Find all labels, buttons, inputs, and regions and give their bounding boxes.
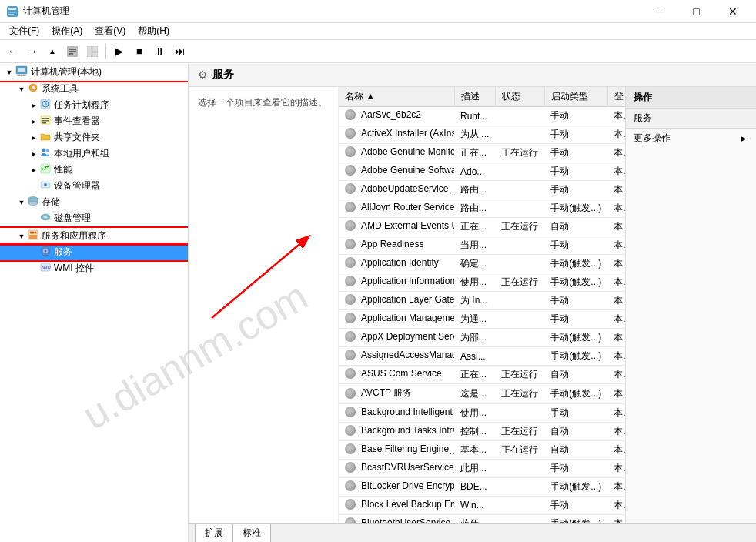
menu-help[interactable]: 帮助(H) <box>132 23 176 39</box>
table-row[interactable]: Adobe Genuine Monitor ...正在...正在运行手动本... <box>339 144 625 162</box>
tree-disk-mgmt[interactable]: ► 磁盘管理 <box>0 210 188 226</box>
menu-view[interactable]: 查看(V) <box>89 23 132 39</box>
table-row[interactable]: BluetoothUserService_6b...蓝牙...手动(触发...)… <box>339 514 625 523</box>
service-name-cell: BitLocker Drive Encryptio... <box>339 477 454 496</box>
table-row[interactable]: Background Intelligent T...使用...手动本... <box>339 403 625 422</box>
root-arrow: ▼ <box>3 69 15 76</box>
service-startup-cell: 手动 <box>544 125 607 144</box>
service-desc-cell: 此用... <box>454 459 495 477</box>
minimize-button[interactable]: ─ <box>643 0 677 23</box>
service-startup-cell: 自动 <box>544 440 607 459</box>
service-status-cell: 正在运行 <box>495 384 544 404</box>
toolbar-play[interactable]: ▶ <box>110 42 129 61</box>
service-name-cell: Application Management <box>339 310 454 329</box>
tree-system-tools[interactable]: ▼ 系统工具 <box>0 81 188 97</box>
table-row[interactable]: ASUS Com Service正在...正在运行自动本... <box>339 366 625 384</box>
toolbar-show-hide[interactable] <box>63 42 82 61</box>
svg-point-29 <box>44 183 47 186</box>
tree-root[interactable]: ▼ 计算机管理(本地) <box>0 63 188 81</box>
table-row[interactable]: BitLocker Drive Encryptio...BDE...手动(触发.… <box>339 477 625 496</box>
wmi-label: WMI 控件 <box>54 262 94 275</box>
tree-local-users[interactable]: ► 本地用户和组 <box>0 146 188 162</box>
service-status-cell <box>495 329 544 347</box>
table-row[interactable]: Application Information使用...正在运行手动(触发...… <box>339 273 625 292</box>
svc-label: 服务 <box>54 246 72 259</box>
service-status-cell <box>495 477 544 496</box>
folder-icon <box>40 131 51 144</box>
service-login-cell: 本... <box>607 144 625 162</box>
maximize-button[interactable]: □ <box>679 0 714 23</box>
menu-file[interactable]: 文件(F) <box>3 23 45 39</box>
tree-shared-folders[interactable]: ► 共享文件夹 <box>0 129 188 146</box>
col-startup[interactable]: 启动类型 <box>544 87 607 107</box>
table-row[interactable]: Application Identity确定...手动(触发...)本... <box>339 255 625 273</box>
service-status-cell <box>495 459 544 477</box>
table-row[interactable]: BcastDVRUserService_6b...此用...手动本... <box>339 459 625 477</box>
service-status-cell <box>495 107 544 125</box>
tab-standard[interactable]: 标准 <box>233 524 271 542</box>
toolbar-btn2[interactable] <box>83 42 102 61</box>
table-row[interactable]: AssignedAccessManager...Assi...手动(触发...)… <box>339 347 625 366</box>
table-row[interactable]: Block Level Backup Engi...Win...手动本... <box>339 496 625 514</box>
table-row[interactable]: AdobeUpdateService路由...手动本... <box>339 181 625 199</box>
more-actions-item[interactable]: 更多操作 ► <box>626 129 756 148</box>
col-desc[interactable]: 描述 <box>454 87 495 107</box>
actions-panel: 操作 服务 更多操作 ► <box>625 87 756 523</box>
service-name-cell: Background Intelligent T... <box>339 403 454 422</box>
toolbar-restart[interactable]: ⏭ <box>170 42 189 61</box>
toolbar-back[interactable]: ← <box>3 42 22 61</box>
service-login-cell: 本... <box>607 162 625 181</box>
more-actions-label: 更多操作 <box>634 132 671 145</box>
services-table[interactable]: 名称 ▲ 描述 状态 启动类型 登 AarSvc_6b2c2Runt...手动本… <box>339 87 625 523</box>
table-row[interactable]: AarSvc_6b2c2Runt...手动本... <box>339 107 625 125</box>
table-row[interactable]: AMD External Events Utility正在...正在运行自动本.… <box>339 218 625 236</box>
table-row[interactable]: AppX Deployment Servic...为部...手动(触发...)本… <box>339 329 625 347</box>
service-startup-cell: 手动 <box>544 292 607 310</box>
task-arrow: ► <box>28 102 40 109</box>
close-button[interactable]: ✕ <box>715 0 750 23</box>
service-status-cell <box>495 181 544 199</box>
table-row[interactable]: ActiveX Installer (AxInstSV)为从 ...手动本... <box>339 125 625 144</box>
tab-expand[interactable]: 扩展 <box>195 524 233 542</box>
root-label: 计算机管理(本地) <box>31 65 102 79</box>
tree-task-scheduler[interactable]: ► 任务计划程序 <box>0 97 188 113</box>
toolbar-stop[interactable]: ■ <box>130 42 149 61</box>
service-name-cell: ASUS Com Service <box>339 366 454 384</box>
service-name-cell: BcastDVRUserService_6b... <box>339 459 454 477</box>
menu-action[interactable]: 操作(A) <box>45 23 89 39</box>
svg-rect-8 <box>87 46 92 57</box>
table-row[interactable]: Adobe Genuine Software...Ado...手动本... <box>339 162 625 181</box>
tree-storage[interactable]: ▼ 存储 <box>0 194 188 210</box>
tree-services[interactable]: ► 服务 <box>0 244 188 260</box>
table-row[interactable]: Background Tasks Infras...控制...正在运行自动本..… <box>339 422 625 440</box>
toolbar: ← → ▲ ▶ ■ ⏸ ⏭ <box>0 40 756 63</box>
table-row[interactable]: AllJoyn Router Service路由...手动(触发...)本... <box>339 199 625 218</box>
services-data-table: 名称 ▲ 描述 状态 启动类型 登 AarSvc_6b2c2Runt...手动本… <box>339 87 625 523</box>
service-startup-cell: 手动(触发...) <box>544 273 607 292</box>
table-row[interactable]: Application Layer Gatewa...为 In...手动本... <box>339 292 625 310</box>
col-login[interactable]: 登 <box>607 87 625 107</box>
tree-services-apps[interactable]: ▼ 服务和应用程序 <box>0 228 188 244</box>
toolbar-forward[interactable]: → <box>23 42 42 61</box>
table-row[interactable]: Application Management为通...手动本... <box>339 310 625 329</box>
service-startup-cell: 手动 <box>544 181 607 199</box>
table-row[interactable]: AVCTP 服务这是...正在运行手动(触发...)本... <box>339 384 625 404</box>
table-header-row: 名称 ▲ 描述 状态 启动类型 登 <box>339 87 625 107</box>
tree-performance[interactable]: ► 性能 <box>0 162 188 178</box>
table-row[interactable]: App Readiness当用...手动本... <box>339 236 625 255</box>
toolbar-pause[interactable]: ⏸ <box>150 42 169 61</box>
tree-wmi[interactable]: ► WMI WMI 控件 <box>0 260 188 276</box>
service-name-cell: BluetoothUserService_6b... <box>339 514 454 523</box>
col-status[interactable]: 状态 <box>495 87 544 107</box>
service-name-cell: Adobe Genuine Monitor ... <box>339 144 454 162</box>
tree-device-manager[interactable]: ► 设备管理器 <box>0 178 188 194</box>
table-row[interactable]: Base Filtering Engine基本...正在运行自动本... <box>339 440 625 459</box>
service-login-cell: 本... <box>607 329 625 347</box>
service-status-cell <box>495 347 544 366</box>
col-name[interactable]: 名称 ▲ <box>339 87 454 107</box>
service-name-cell: Application Information <box>339 273 454 292</box>
svc-icon <box>40 246 51 259</box>
tree-event-viewer[interactable]: ► 事件查看器 <box>0 113 188 129</box>
toolbar-up[interactable]: ▲ <box>43 42 62 61</box>
service-login-cell: 本... <box>607 384 625 404</box>
